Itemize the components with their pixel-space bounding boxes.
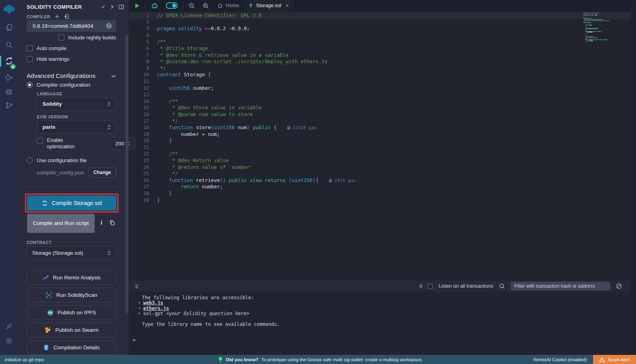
collapse-terminal-icon[interactable] [133,283,140,289]
line-content: contract Storage { [157,72,211,78]
swarm-icon [44,327,51,333]
compilation-success-icon: ✓ [101,4,106,10]
file-explorer-icon[interactable] [0,21,18,33]
code-line[interactable]: 13 [129,91,631,98]
search-icon[interactable] [0,39,18,51]
remix-app: SOLIDITY COMPILER ✓ COMPILER + 0.8.19+co… [0,0,636,364]
code-line[interactable]: 27 return number; [129,184,631,190]
code-line[interactable]: 19 number = num; [129,131,631,138]
hide-warnings-checkbox[interactable] [27,56,33,62]
code-line[interactable]: 15 * @dev Store value in variable [129,105,631,111]
compile-button[interactable]: Compile Storage.sol [27,196,116,211]
code-line[interactable]: 6 * @title Storage [129,45,631,52]
window-right-gutter [631,0,636,355]
code-line[interactable]: 9 */ [129,65,631,72]
listen-transactions-checkbox[interactable] [428,284,433,289]
git-init-status[interactable]: Initialize as git repo [0,357,218,362]
plugin-manager-icon[interactable] [0,320,18,332]
enable-optimization-checkbox[interactable] [37,138,43,144]
debugger-icon[interactable] [0,85,18,97]
code-line[interactable]: 18 function store(uint256 num) public {2… [129,124,631,131]
advanced-configurations-toggle[interactable]: Advanced Configurations [27,72,116,79]
code-line[interactable]: 2 [129,19,631,26]
solidity-compiler-icon[interactable] [0,55,18,68]
pin-panel-icon[interactable] [118,4,124,10]
code-line[interactable]: 29} [129,197,631,204]
code-line[interactable]: 10contract Storage { [129,72,631,78]
evm-version-select[interactable]: paris [37,120,116,134]
deploy-run-icon[interactable] [0,72,18,83]
close-tab-icon[interactable]: × [286,2,289,9]
git-icon[interactable] [0,99,18,111]
code-line[interactable]: 17 */ [129,118,631,125]
line-content: /** [157,151,178,157]
publish-swarm-button[interactable]: Publish on Swarm [27,323,116,337]
tab-storage-sol[interactable]: Storage.sol × [244,0,293,11]
language-label: LANGUAGE [37,91,116,96]
code-line[interactable]: 26 function retrieve() public view retur… [129,177,631,184]
clear-console-icon[interactable] [616,283,622,289]
panel-scrollbar[interactable] [126,35,128,313]
code-line[interactable]: 20 } [129,137,631,144]
line-number: 1 [129,12,149,19]
code-line[interactable]: 24 * @return value of 'number' [129,164,631,171]
remix-logo[interactable] [0,2,18,17]
copilot-status[interactable]: RemixAI Copilot (enabled) [533,357,587,362]
library-link[interactable]: ethers.js [143,306,169,311]
add-custom-compiler-icon[interactable]: + [55,13,59,20]
terminal-prompt[interactable]: > [133,338,631,343]
run-remix-analysis-button[interactable]: Run Remix Analysis [27,270,116,285]
compiler-configuration-radio[interactable]: Compiler configuration [27,82,116,88]
code-line[interactable]: 12 uint256 number; [129,85,631,92]
use-configuration-file-radio[interactable]: Use configuration file [27,157,116,163]
copy-icon[interactable] [109,220,115,227]
code-line[interactable]: 11 [129,78,631,85]
panel-divider [18,186,129,187]
info-icon[interactable]: i [101,219,102,226]
settings-icon[interactable] [0,335,18,347]
code-line[interactable]: 3pragma solidity >=0.8.2 <0.9.0; [129,25,631,32]
compile-and-run-button[interactable]: Compile and Run script [27,214,95,233]
code-line[interactable]: 8 * @custom:dev-run-script ./scripts/dep… [129,58,631,65]
code-line[interactable]: 21 [129,144,631,151]
code-line[interactable]: 16 * @param num value to store [129,111,631,118]
code-editor[interactable]: 1// SPDX-License-Identifier: GPL-3.023pr… [129,11,631,203]
code-line[interactable]: 7 * @dev Store & retrieve value in a var… [129,52,631,59]
compiler-version-select[interactable]: 0.8.19+commit.7dd6d404 [27,20,116,32]
compilation-details-button[interactable]: Compilation Details [27,340,116,355]
library-link[interactable]: web3.js [143,300,163,306]
chevron-right-icon[interactable] [110,4,114,9]
code-line[interactable]: 22 /** [129,151,631,157]
transaction-filter-input[interactable] [511,282,610,290]
code-line[interactable]: 1// SPDX-License-Identifier: GPL-3.0 [129,12,631,19]
auto-compile-checkbox[interactable] [27,45,33,51]
code-line[interactable]: 28 } [129,190,631,197]
scam-alert-button[interactable]: Scam Alert [593,355,636,364]
zoom-in-icon[interactable] [199,0,213,11]
include-nightly-checkbox[interactable] [58,35,64,41]
language-select[interactable]: Solidity [37,97,116,110]
code-line[interactable]: 4 [129,32,631,39]
zoom-out-icon[interactable] [185,0,199,11]
code-line[interactable]: 14 /** [129,98,631,105]
change-config-button[interactable]: Change [88,167,116,178]
publish-ipfs-button[interactable]: IPFSPublish on IPFS [27,305,116,320]
run-script-icon[interactable] [129,0,143,11]
tab-home[interactable]: Home [213,0,244,11]
code-line[interactable]: 25 */ [129,170,631,177]
terminal-text-line: •sol-gpt <your Solidity question here> [133,311,631,316]
line-content: } [157,197,160,204]
line-number: 12 [129,85,149,92]
run-solidityscan-button[interactable]: Run SolidityScan [27,288,116,302]
terminal-output[interactable]: The following libraries are accessible:•… [129,292,631,343]
code-line[interactable]: 23 * @dev Return value [129,157,631,164]
code-line[interactable]: 5/** [129,39,631,45]
import-compiler-icon[interactable] [64,14,70,19]
copilot-toggle[interactable] [162,0,181,11]
terminal-library-link-line: •ethers.js [133,306,631,311]
optimization-runs-input[interactable]: 200 [110,137,135,150]
minimap[interactable] [583,13,615,44]
ai-copilot-robot-icon[interactable] [147,0,162,11]
hide-warnings-label: Hide warnings [37,56,69,62]
contract-select[interactable]: Storage (Storage.sol) [27,246,116,259]
